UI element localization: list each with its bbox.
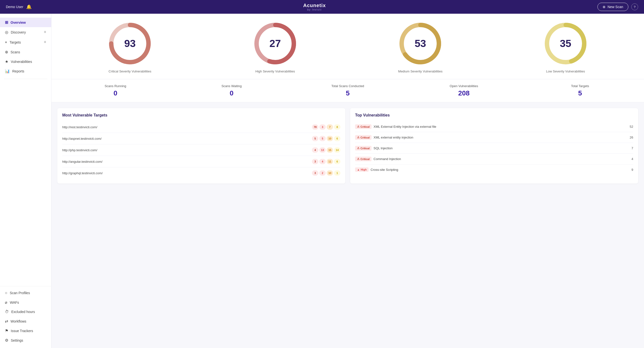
sidebar-label-scan-profiles: Scan Profiles bbox=[10, 291, 30, 295]
severity-icon: ⚠ bbox=[357, 125, 360, 128]
sidebar-item-excluded-hours[interactable]: ⏱ Excluded hours bbox=[0, 307, 51, 317]
sidebar-item-wafs[interactable]: ⌀ WAFs bbox=[0, 298, 51, 307]
stat-label-medium: Medium Severity Vulnerabilities bbox=[398, 69, 442, 73]
sidebar-item-settings[interactable]: ⚙ Settings bbox=[0, 336, 51, 345]
list-item[interactable]: ⚠ Critical XML External Entity Injection… bbox=[355, 121, 633, 132]
metric-total-targets: Total Targets 5 bbox=[522, 84, 638, 97]
target-url: http://graphql.testinvicti.com/ bbox=[62, 171, 103, 175]
donut-value-medium: 53 bbox=[415, 38, 426, 49]
badge-high: 4 bbox=[319, 159, 326, 164]
donut-value-low: 35 bbox=[560, 38, 571, 49]
scans-icon: ⊕ bbox=[5, 50, 8, 54]
vuln-name: Cross-site Scripting bbox=[370, 168, 398, 172]
new-scan-button[interactable]: ⊕ New Scan bbox=[598, 3, 628, 11]
target-url: http://aspnet.testinvicti.com/ bbox=[62, 137, 102, 141]
logo-subtext: by Invicti bbox=[303, 8, 326, 11]
sidebar-item-left: ⌖ Targets bbox=[5, 40, 21, 44]
target-badges: 32101 bbox=[312, 170, 340, 176]
metric-value-open-vulns: 208 bbox=[406, 89, 522, 97]
vuln-count: 4 bbox=[632, 157, 633, 161]
sidebar-item-discovery[interactable]: ◎ Discovery + bbox=[0, 27, 51, 37]
sidebar-item-workflows[interactable]: ⇄ Workflows bbox=[0, 317, 51, 326]
list-item[interactable]: ⚠ Critical XML external entity injection… bbox=[355, 132, 633, 143]
add-targets-button[interactable]: + bbox=[44, 40, 46, 45]
sidebar-item-left: ◎ Discovery bbox=[5, 30, 26, 34]
vuln-count: 9 bbox=[632, 168, 633, 172]
sidebar-item-left: ○ Scan Profiles bbox=[5, 291, 30, 295]
vuln-count: 52 bbox=[630, 125, 633, 129]
sidebar-item-scan-profiles[interactable]: ○ Scan Profiles bbox=[0, 288, 51, 298]
sidebar-label-excluded-hours: Excluded hours bbox=[11, 310, 35, 314]
excluded-hours-icon: ⏱ bbox=[5, 310, 9, 314]
app-header: Demo User 🔔 Acunetix by Invicti ⊕ New Sc… bbox=[0, 0, 644, 14]
badge-low: 14 bbox=[334, 147, 340, 153]
sidebar-item-left: ⇄ Workflows bbox=[5, 319, 26, 324]
list-item[interactable]: ▲ High Cross-site Scripting 9 bbox=[355, 165, 633, 175]
badge-critical: 4 bbox=[312, 147, 318, 153]
badge-medium: 10 bbox=[327, 170, 333, 176]
severity-badge: ⚠ Critical bbox=[355, 124, 372, 129]
top-vulnerabilities-title: Top Vulnerabilities bbox=[355, 113, 633, 118]
list-item[interactable]: ⚠ Critical SQL Injection 7 bbox=[355, 143, 633, 154]
metric-value-scans-running: 0 bbox=[57, 89, 174, 97]
sidebar-item-overview[interactable]: ⊞ Overview bbox=[0, 18, 51, 27]
badge-high: 5 bbox=[319, 136, 326, 141]
table-row[interactable]: http://php.testinvicti.com/ 4131514 bbox=[62, 144, 340, 156]
user-info: Demo User 🔔 bbox=[6, 4, 32, 9]
sidebar-item-left: ⚙ Settings bbox=[5, 338, 23, 343]
badge-high: 13 bbox=[319, 147, 326, 153]
app-body: ⊞ Overview ◎ Discovery + ⌖ Targets + ⊕ S… bbox=[0, 14, 644, 348]
main-content: 93 Critical Severity Vulnerabilities 27 … bbox=[52, 14, 644, 348]
sidebar-label-discovery: Discovery bbox=[11, 30, 26, 34]
stat-card-critical: 93 Critical Severity Vulnerabilities bbox=[57, 21, 203, 73]
most-vulnerable-title: Most Vulnerable Targets bbox=[62, 113, 340, 118]
donut-wrap-high: 27 bbox=[253, 21, 297, 66]
target-badges: 78378 bbox=[312, 124, 340, 130]
metric-label-total-targets: Total Targets bbox=[522, 84, 638, 88]
reports-icon: 📊 bbox=[5, 69, 10, 73]
vuln-count: 26 bbox=[630, 136, 633, 139]
table-row[interactable]: http://rest.testinvicti.com/ 78378 bbox=[62, 121, 340, 133]
target-badges: 55106 bbox=[312, 136, 340, 141]
badge-medium: 11 bbox=[327, 159, 333, 164]
top-vulnerabilities-panel: Top Vulnerabilities ⚠ Critical XML Exter… bbox=[350, 108, 638, 183]
sidebar-item-left: 📊 Reports bbox=[5, 69, 24, 73]
table-row[interactable]: http://angular.testinvicti.com/ 34116 bbox=[62, 156, 340, 168]
notifications-icon[interactable]: 🔔 bbox=[26, 4, 32, 9]
severity-label: High bbox=[361, 168, 366, 171]
badge-critical: 3 bbox=[312, 159, 318, 164]
overview-icon: ⊞ bbox=[5, 20, 8, 25]
target-badges: 34116 bbox=[312, 159, 340, 164]
sidebar-label-targets: Targets bbox=[10, 40, 21, 44]
severity-badge: ⚠ Critical bbox=[355, 157, 372, 161]
header-actions: ⊕ New Scan ? bbox=[598, 3, 638, 11]
add-discovery-button[interactable]: + bbox=[44, 30, 46, 35]
sidebar-item-vulnerabilities[interactable]: ★ Vulnerabilities bbox=[0, 57, 51, 66]
sidebar-label-issue-trackers: Issue Trackers bbox=[11, 329, 33, 333]
metric-value-total-targets: 5 bbox=[522, 89, 638, 97]
sidebar-item-left: ⊞ Overview bbox=[5, 20, 26, 25]
sidebar-label-reports: Reports bbox=[12, 69, 24, 73]
sidebar-item-targets[interactable]: ⌖ Targets + bbox=[0, 37, 51, 47]
metrics-row: Scans Running 0 Scans Waiting 0 Total Sc… bbox=[52, 79, 644, 102]
severity-badge: ⚠ Critical bbox=[355, 135, 372, 140]
severity-label: Critical bbox=[360, 158, 370, 161]
user-name: Demo User bbox=[6, 5, 23, 9]
sidebar-item-left: ⊕ Scans bbox=[5, 50, 20, 54]
sidebar-label-overview: Overview bbox=[10, 20, 26, 24]
target-url: http://php.testinvicti.com/ bbox=[62, 148, 97, 152]
badge-high: 3 bbox=[319, 124, 326, 130]
vulnerability-stats-grid: 93 Critical Severity Vulnerabilities 27 … bbox=[52, 14, 644, 79]
vuln-name: Command Injection bbox=[374, 157, 401, 161]
target-list: http://rest.testinvicti.com/ 78378 http:… bbox=[62, 121, 340, 179]
badge-high: 2 bbox=[319, 170, 326, 176]
table-row[interactable]: http://aspnet.testinvicti.com/ 55106 bbox=[62, 133, 340, 144]
sidebar-item-issue-trackers[interactable]: ⚑ Issue Trackers bbox=[0, 326, 51, 336]
donut-value-high: 27 bbox=[269, 38, 281, 49]
sidebar-item-scans[interactable]: ⊕ Scans bbox=[0, 47, 51, 57]
table-row[interactable]: http://graphql.testinvicti.com/ 32101 bbox=[62, 168, 340, 179]
sidebar-item-reports[interactable]: 📊 Reports bbox=[0, 66, 51, 76]
discovery-icon: ◎ bbox=[5, 30, 8, 34]
help-button[interactable]: ? bbox=[631, 3, 638, 10]
list-item[interactable]: ⚠ Critical Command Injection 4 bbox=[355, 154, 633, 165]
